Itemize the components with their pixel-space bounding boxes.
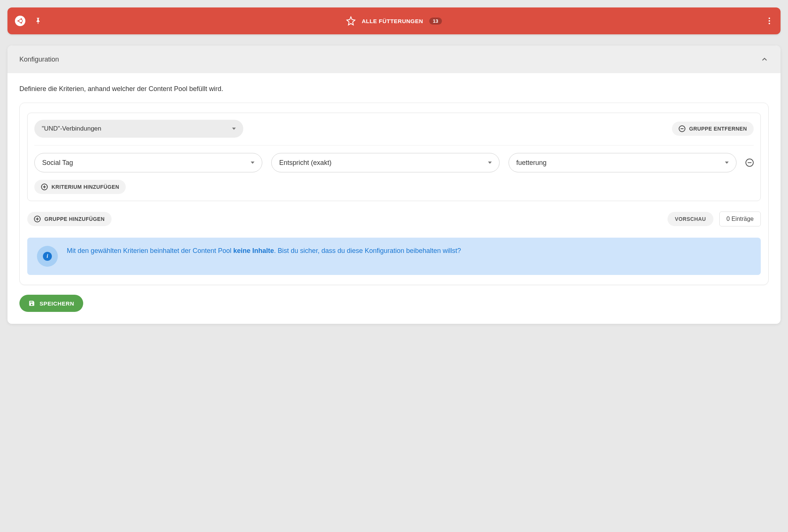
config-card-body: Definiere die Kriterien, anhand welcher … — [7, 73, 781, 324]
chevron-down-icon — [251, 162, 254, 164]
svg-point-0 — [18, 20, 19, 22]
save-icon — [28, 300, 35, 307]
criteria-row: Social Tag Entspricht (exakt) fuetterung — [34, 153, 754, 172]
criteria-group: "UND"-Verbindungen GRUPPE ENTFERNEN Soci… — [27, 113, 761, 201]
add-group-label: GRUPPE HINZUFÜGEN — [44, 216, 105, 222]
divider — [34, 145, 754, 145]
alert-bold: keine Inhalte — [233, 247, 274, 254]
add-group-button[interactable]: GRUPPE HINZUFÜGEN — [27, 212, 112, 226]
star-icon[interactable] — [346, 16, 356, 26]
pin-icon[interactable] — [34, 16, 42, 25]
remove-group-button[interactable]: GRUPPE ENTFERNEN — [672, 122, 754, 136]
preview-button[interactable]: VORSCHAU — [667, 212, 713, 226]
add-criterion-button[interactable]: KRITERIUM HINZUFÜGEN — [34, 180, 126, 194]
criteria-panel: "UND"-Verbindungen GRUPPE ENTFERNEN Soci… — [19, 103, 769, 285]
config-card: Konfiguration Definiere die Kriterien, a… — [7, 46, 781, 324]
header-left — [15, 16, 42, 26]
group-top-row: "UND"-Verbindungen GRUPPE ENTFERNEN — [34, 120, 754, 138]
value-select[interactable]: fuetterung — [509, 153, 737, 172]
info-icon-wrap: i — [37, 246, 58, 267]
info-alert: i Mit den gewählten Kriterien beinhaltet… — [27, 238, 761, 275]
entries-text: 0 Einträge — [726, 216, 754, 222]
entries-count: 0 Einträge — [719, 212, 761, 226]
preview-label: VORSCHAU — [675, 216, 706, 222]
group-actions-row: GRUPPE HINZUFÜGEN VORSCHAU 0 Einträge — [27, 212, 761, 226]
connector-select[interactable]: "UND"-Verbindungen — [34, 120, 243, 138]
remove-group-label: GRUPPE ENTFERNEN — [689, 126, 747, 132]
page-title: ALLE FÜTTERUNGEN — [362, 18, 423, 24]
remove-criterion-button[interactable] — [745, 159, 754, 167]
add-criteria-row: KRITERIUM HINZUFÜGEN — [34, 180, 754, 194]
app-header: ALLE FÜTTERUNGEN 13 — [7, 7, 781, 34]
count-badge: 13 — [429, 18, 442, 25]
field-value: Social Tag — [42, 159, 73, 167]
value-text: fuetterung — [516, 159, 547, 167]
save-label: SPEICHERN — [40, 300, 74, 307]
connector-value: "UND"-Verbindungen — [42, 125, 101, 132]
chevron-down-icon — [488, 162, 492, 164]
field-select[interactable]: Social Tag — [34, 153, 262, 172]
info-icon: i — [43, 252, 52, 261]
more-vertical-icon — [766, 15, 773, 27]
more-menu-button[interactable] — [766, 15, 773, 27]
chevron-down-icon — [232, 128, 236, 130]
alert-message: Mit den gewählten Kriterien beinhaltet d… — [67, 246, 461, 256]
plus-circle-icon — [41, 184, 48, 190]
minus-icon — [748, 162, 751, 163]
logo-icon[interactable] — [15, 16, 25, 26]
chevron-down-icon — [725, 162, 729, 164]
plus-circle-icon — [34, 216, 41, 222]
alert-pre: Mit den gewählten Kriterien beinhaltet d… — [67, 247, 233, 254]
operator-value: Entspricht (exakt) — [279, 159, 331, 167]
instruction-text: Definiere die Kriterien, anhand welcher … — [19, 85, 769, 93]
save-button[interactable]: SPEICHERN — [19, 295, 83, 312]
add-criterion-label: KRITERIUM HINZUFÜGEN — [51, 184, 119, 190]
section-title: Konfiguration — [19, 56, 59, 63]
config-card-header[interactable]: Konfiguration — [7, 46, 781, 73]
header-center: ALLE FÜTTERUNGEN 13 — [346, 16, 442, 26]
minus-circle-icon — [679, 125, 685, 132]
operator-select[interactable]: Entspricht (exakt) — [271, 153, 499, 172]
alert-post: . Bist du sicher, dass du diese Konfigur… — [274, 247, 461, 254]
chevron-up-icon — [760, 55, 769, 63]
